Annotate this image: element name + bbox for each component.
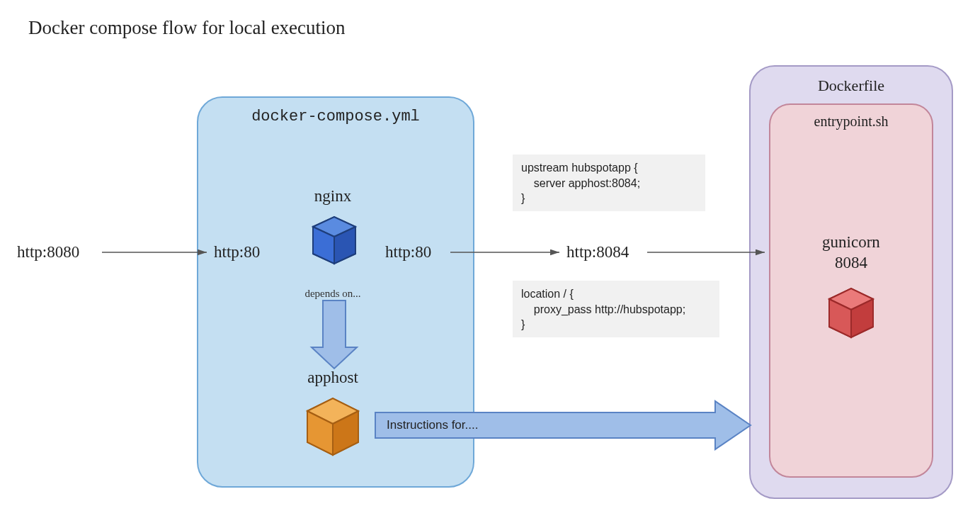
entrypoint-title-label: entrypoint.sh bbox=[770, 113, 932, 130]
depends-on-label: depends on... bbox=[269, 288, 397, 300]
http-8084-label: http:8084 bbox=[566, 243, 629, 262]
apphost-cube-icon bbox=[302, 391, 364, 458]
gunicorn-name: gunicorn bbox=[822, 233, 880, 251]
gunicorn-label: gunicorn 8084 bbox=[779, 232, 923, 274]
nginx-location-code: location / { proxy_pass http://hubspotap… bbox=[513, 281, 719, 337]
diagram-canvas: Docker compose flow for local execution … bbox=[0, 0, 980, 511]
gunicorn-port: 8084 bbox=[835, 254, 867, 271]
http-80-left-label: http:80 bbox=[214, 243, 260, 262]
diagram-title: Docker compose flow for local execution bbox=[28, 17, 346, 39]
nginx-label: nginx bbox=[269, 187, 397, 206]
compose-filename-label: docker-compose.yml bbox=[198, 108, 473, 125]
nginx-upstream-code: upstream hubspotapp { server apphost:808… bbox=[513, 155, 705, 211]
http-80-right-label: http:80 bbox=[385, 243, 431, 262]
apphost-label: apphost bbox=[269, 369, 397, 387]
dockerfile-title-label: Dockerfile bbox=[751, 77, 952, 95]
gunicorn-cube-icon bbox=[824, 282, 878, 340]
nginx-cube-icon bbox=[309, 211, 360, 266]
instructions-label: Instructions for.... bbox=[387, 418, 478, 432]
http-8080-label: http:8080 bbox=[17, 243, 79, 262]
